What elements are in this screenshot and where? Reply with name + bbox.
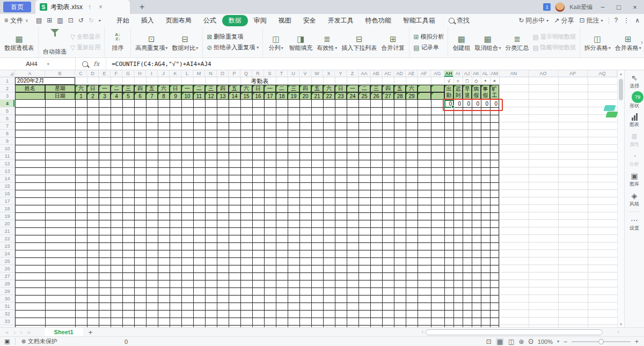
row-header-19[interactable]: 19	[0, 212, 15, 220]
weekday-cell[interactable]: 六	[75, 85, 87, 92]
column-header-K[interactable]: K	[170, 70, 181, 77]
ribbon-button-取消组合[interactable]: ▦取消组合▾	[473, 32, 502, 53]
column-header-AI[interactable]: AI	[453, 70, 463, 77]
date-cell[interactable]: 19	[288, 92, 299, 100]
row-header-18[interactable]: 18	[0, 205, 15, 212]
weekday-cell[interactable]: 五	[229, 85, 240, 92]
summary-header-迟到[interactable]: 迟到	[453, 85, 463, 100]
weekday-cell[interactable]: 四	[217, 85, 229, 92]
column-header-F[interactable]: F	[111, 70, 122, 77]
column-header-L[interactable]: L	[181, 70, 193, 77]
column-header-R[interactable]: R	[252, 70, 264, 77]
export-icon[interactable]: ⊞	[47, 17, 52, 24]
row-header-24[interactable]: 24	[0, 250, 15, 257]
column-header-AB[interactable]: AB	[370, 70, 382, 77]
zoom-formula-icon[interactable]	[82, 61, 88, 67]
add-sheet-button[interactable]: +	[89, 328, 93, 336]
column-header-U[interactable]: U	[288, 70, 299, 77]
row-header-1[interactable]: 1	[0, 77, 15, 85]
column-header-T[interactable]: T	[276, 70, 288, 77]
date-cell[interactable]: 3	[99, 92, 111, 100]
weekday-cell[interactable]: 日	[335, 85, 347, 92]
weekday-cell[interactable]: 五	[146, 85, 158, 92]
prev-sheet-icon[interactable]: ‹	[13, 329, 16, 335]
weekday-cell[interactable]	[418, 85, 431, 92]
weekday-cell[interactable]	[431, 85, 444, 92]
row-header-11[interactable]: 11	[0, 152, 15, 160]
column-header-A[interactable]: A	[15, 70, 45, 77]
column-header-AF[interactable]: AF	[418, 70, 431, 77]
weekday-cell[interactable]: 日	[87, 85, 99, 92]
weekday-cell[interactable]: 日	[252, 85, 264, 92]
weekday-cell[interactable]: 六	[158, 85, 170, 92]
tab-detach-icon[interactable]: ↑	[86, 3, 93, 11]
weekday-cell[interactable]: 二	[276, 85, 288, 92]
first-sheet-icon[interactable]: «	[5, 329, 9, 335]
file-menu[interactable]: ≡ 文件 ∨	[4, 16, 28, 25]
weekday-cell[interactable]: 三	[370, 85, 382, 92]
row-header-13[interactable]: 13	[0, 167, 15, 175]
column-header-AD[interactable]: AD	[394, 70, 406, 77]
sheet-tab[interactable]: Sheet1	[45, 328, 83, 337]
date-cell[interactable]: 1	[75, 92, 87, 100]
menu-tab-开发工具[interactable]: 开发工具	[322, 15, 360, 26]
weekday-cell[interactable]: 日	[170, 85, 181, 92]
menu-tab-数据[interactable]: 数据	[222, 15, 248, 26]
row-header-32[interactable]: 32	[0, 310, 15, 318]
column-header-AC[interactable]: AC	[382, 70, 394, 77]
date-cell[interactable]: 14	[229, 92, 240, 100]
header-name-blank[interactable]	[15, 92, 45, 100]
column-header-Y[interactable]: Y	[335, 70, 347, 77]
date-cell[interactable]: 23	[335, 92, 347, 100]
redo-icon[interactable]: ↻	[89, 17, 94, 24]
reading-view-icon[interactable]: ʘ	[528, 338, 533, 345]
ribbon-button-智能填充[interactable]: ◨智能填充	[287, 32, 314, 53]
column-header-J[interactable]: J	[158, 70, 170, 77]
weekday-cell[interactable]: 五	[394, 85, 406, 92]
avatar[interactable]	[555, 2, 565, 12]
weekday-cell[interactable]: 六	[406, 85, 418, 92]
weekday-cell[interactable]: 三	[288, 85, 299, 92]
column-header-AQ[interactable]: AQ	[588, 70, 617, 77]
column-header-AJ[interactable]: AJ	[463, 70, 472, 77]
row-header-26[interactable]: 26	[0, 265, 15, 273]
zoom-slider[interactable]	[572, 341, 631, 342]
home-tab[interactable]: 首页	[3, 2, 31, 12]
sidebar-item-设置[interactable]: ⋯设置	[625, 216, 644, 232]
quick-access-more-icon[interactable]: ▾	[99, 18, 101, 23]
column-header-E[interactable]: E	[99, 70, 111, 77]
header-name[interactable]: 姓名	[15, 85, 45, 92]
date-cell[interactable]: 22	[323, 92, 335, 100]
column-header-G[interactable]: G	[122, 70, 134, 77]
last-sheet-icon[interactable]: »	[27, 329, 30, 335]
date-cell[interactable]: 7	[146, 92, 158, 100]
ribbon-button-数据透视表[interactable]: ▦数据透视表	[3, 32, 35, 53]
zoom-slider-thumb[interactable]	[598, 339, 604, 344]
row-header-12[interactable]: 12	[0, 160, 15, 167]
weekday-cell[interactable]: 一	[99, 85, 111, 92]
row-header-20[interactable]: 20	[0, 220, 15, 227]
search-box[interactable]: 查找	[449, 16, 470, 25]
name-box[interactable]: AH4 ▾	[0, 58, 76, 70]
weekday-cell[interactable]: 五	[311, 85, 323, 92]
name-box-caret-icon[interactable]: ▾	[47, 62, 49, 67]
zoom-in-icon[interactable]: +	[635, 338, 639, 345]
sidebar-item-属性[interactable]: ≣属性	[625, 132, 644, 148]
weekday-cell[interactable]: 六	[240, 85, 252, 92]
weekday-cell[interactable]: 六	[323, 85, 335, 92]
row-header-17[interactable]: 17	[0, 197, 15, 205]
date-cell[interactable]: 20	[299, 92, 311, 100]
menu-tab-公式[interactable]: 公式	[197, 15, 222, 26]
column-header-AM[interactable]: AM	[490, 70, 499, 77]
points-badge[interactable]: 79	[631, 90, 644, 104]
zoom-caret-icon[interactable]: ▾	[557, 339, 559, 344]
menu-tab-插入[interactable]: 插入	[135, 15, 160, 26]
date-cell[interactable]: 29	[406, 92, 418, 100]
zoom-out-icon[interactable]: −	[564, 338, 567, 345]
ribbon-button-分类汇总[interactable]: ≣分类汇总	[503, 32, 530, 53]
row-header-4[interactable]: 4	[0, 100, 15, 107]
summary-header-早退[interactable]: 早退	[463, 85, 472, 100]
column-header-O[interactable]: O	[217, 70, 229, 77]
scroll-left-icon[interactable]: ‹	[422, 329, 423, 335]
date-cell[interactable]	[418, 92, 431, 100]
